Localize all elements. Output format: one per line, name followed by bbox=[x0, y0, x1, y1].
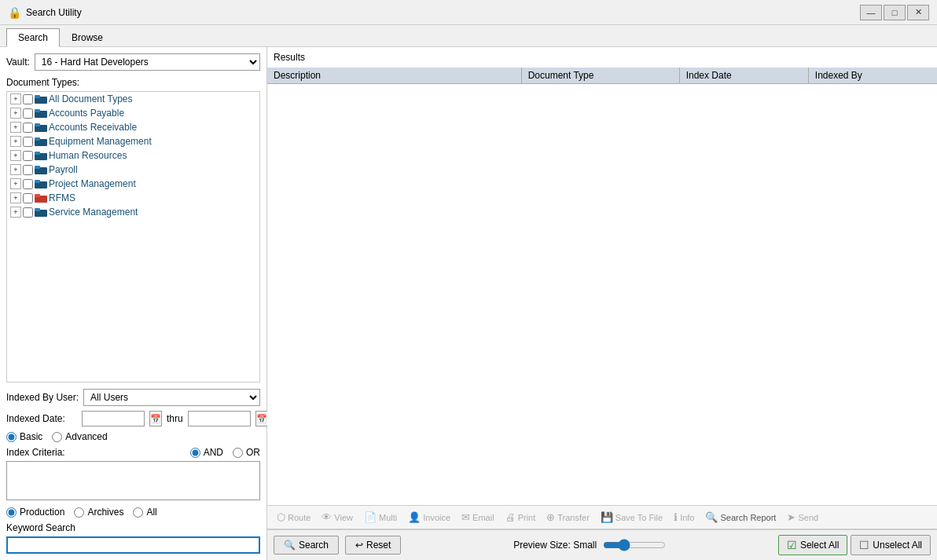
close-button[interactable]: ✕ bbox=[907, 5, 929, 20]
tree-checkbox-ar[interactable] bbox=[23, 123, 33, 133]
andor-radio-row: AND OR bbox=[190, 447, 260, 458]
toolbar-searchreport-button[interactable]: 🔍 Search Report bbox=[700, 509, 781, 525]
toolbar-email-button[interactable]: ✉ Email bbox=[457, 509, 499, 525]
tree-label-em[interactable]: Equipment Management bbox=[49, 136, 152, 147]
tree-label-pm[interactable]: Project Management bbox=[49, 178, 136, 189]
search-button-icon: 🔍 bbox=[284, 540, 296, 551]
keyword-input[interactable] bbox=[6, 536, 260, 554]
tree-expand-ap[interactable]: + bbox=[10, 108, 21, 119]
send-label: Send bbox=[798, 513, 818, 522]
tree-item-pay: + Payroll bbox=[7, 163, 259, 177]
toolbar-multi-button[interactable]: 📄 Multi bbox=[359, 509, 402, 525]
indexed-by-select[interactable]: All Users bbox=[83, 389, 260, 406]
radio-production-item[interactable]: Production bbox=[6, 507, 64, 518]
tree-expand-em[interactable]: + bbox=[10, 136, 21, 147]
tree-checkbox-rfms[interactable] bbox=[23, 193, 33, 203]
radio-and[interactable] bbox=[190, 448, 200, 458]
toolbar-send-button[interactable]: ➤ Send bbox=[782, 509, 823, 525]
tree-expand-pm[interactable]: + bbox=[10, 178, 21, 189]
radio-or-label: OR bbox=[246, 447, 260, 458]
folder-icon-em bbox=[35, 137, 47, 146]
tree-container[interactable]: + All Document Types + Accounts Payable bbox=[6, 91, 260, 382]
multi-icon: 📄 bbox=[364, 511, 377, 523]
tree-expand-rfms[interactable]: + bbox=[10, 192, 21, 203]
tree-checkbox-hr[interactable] bbox=[23, 151, 33, 161]
cal-to-button[interactable]: 📅 bbox=[255, 411, 268, 426]
select-all-check-icon: ☑ bbox=[787, 539, 797, 551]
search-button[interactable]: 🔍 Search bbox=[274, 536, 339, 555]
invoice-label: Invoice bbox=[423, 513, 450, 522]
tree-label-ar[interactable]: Accounts Receivable bbox=[49, 122, 137, 133]
tree-checkbox-all[interactable] bbox=[23, 94, 33, 104]
radio-all-item[interactable]: All bbox=[133, 507, 156, 518]
radio-or-item[interactable]: OR bbox=[233, 447, 260, 458]
searchreport-label: Search Report bbox=[720, 513, 776, 522]
info-icon: ℹ bbox=[674, 511, 678, 523]
indexed-by-label: Indexed By User: bbox=[6, 392, 79, 403]
tab-search[interactable]: Search bbox=[6, 28, 60, 47]
svg-rect-15 bbox=[35, 194, 40, 197]
tree-checkbox-ap[interactable] bbox=[23, 108, 33, 119]
app-title: Search Utility bbox=[26, 7, 82, 18]
tree-label-hr[interactable]: Human Resources bbox=[49, 150, 127, 161]
tab-browse[interactable]: Browse bbox=[60, 28, 115, 46]
tree-label-sm[interactable]: Service Management bbox=[49, 207, 138, 218]
svg-rect-11 bbox=[35, 166, 40, 169]
minimize-button[interactable]: — bbox=[860, 5, 882, 20]
toolbar-savetofile-button[interactable]: 💾 Save To File bbox=[596, 509, 667, 525]
svg-rect-13 bbox=[35, 180, 40, 183]
tree-expand-hr[interactable]: + bbox=[10, 150, 21, 161]
index-criteria-textarea[interactable] bbox=[6, 461, 260, 500]
body-layout: Vault: 16 - Hard Hat Developers Document… bbox=[0, 47, 937, 560]
maximize-button[interactable]: □ bbox=[884, 5, 906, 20]
savetofile-icon: 💾 bbox=[601, 511, 613, 523]
radio-advanced-item[interactable]: Advanced bbox=[52, 431, 107, 442]
reset-button-label: Reset bbox=[366, 540, 391, 551]
radio-archives[interactable] bbox=[74, 507, 84, 518]
toolbar-invoice-button[interactable]: 👤 Invoice bbox=[403, 509, 455, 525]
reset-button[interactable]: ↩ Reset bbox=[345, 536, 401, 555]
cal-from-button[interactable]: 📅 bbox=[149, 411, 162, 426]
toolbar-print-button[interactable]: 🖨 Print bbox=[501, 509, 541, 525]
tree-checkbox-em[interactable] bbox=[23, 137, 33, 147]
svg-rect-1 bbox=[35, 95, 40, 98]
transfer-label: Transfer bbox=[557, 513, 590, 522]
radio-archives-item[interactable]: Archives bbox=[74, 507, 123, 518]
toolbar-view-button[interactable]: 👁 View bbox=[317, 509, 358, 525]
source-radio-row: Production Archives All bbox=[6, 507, 260, 518]
tree-label-ap[interactable]: Accounts Payable bbox=[49, 108, 124, 119]
toolbar-transfer-button[interactable]: ⊕ Transfer bbox=[542, 509, 594, 525]
savetofile-label: Save To File bbox=[615, 513, 663, 522]
tree-label-all[interactable]: All Document Types bbox=[49, 93, 133, 104]
toolbar-info-button[interactable]: ℹ Info bbox=[669, 509, 699, 525]
radio-and-item[interactable]: AND bbox=[190, 447, 223, 458]
results-body bbox=[267, 84, 937, 505]
radio-advanced[interactable] bbox=[52, 432, 62, 442]
radio-production[interactable] bbox=[6, 507, 17, 518]
tree-label-pay[interactable]: Payroll bbox=[49, 164, 78, 175]
col-doctype: Document Type bbox=[522, 68, 680, 83]
unselect-all-icon: ☐ bbox=[859, 539, 869, 551]
tree-expand-sm[interactable]: + bbox=[10, 207, 21, 218]
tree-checkbox-pm[interactable] bbox=[23, 179, 33, 189]
radio-all[interactable] bbox=[133, 507, 143, 518]
tree-expand-pay[interactable]: + bbox=[10, 164, 21, 175]
vault-select[interactable]: 16 - Hard Hat Developers bbox=[35, 53, 260, 71]
select-all-button[interactable]: ☑ Select All bbox=[778, 535, 847, 555]
tree-expand-ar[interactable]: + bbox=[10, 122, 21, 133]
radio-basic-item[interactable]: Basic bbox=[6, 431, 42, 442]
tree-checkbox-sm[interactable] bbox=[23, 207, 33, 218]
tree-expand-all[interactable]: + bbox=[10, 93, 21, 104]
svg-rect-9 bbox=[35, 152, 40, 155]
date-to-input[interactable] bbox=[188, 411, 251, 426]
radio-basic[interactable] bbox=[6, 432, 17, 442]
tree-checkbox-pay[interactable] bbox=[23, 165, 33, 175]
tree-label-rfms[interactable]: RFMS bbox=[49, 192, 75, 203]
mode-radio-row: Basic Advanced bbox=[6, 431, 260, 442]
toolbar-route-button[interactable]: ⬡ Route bbox=[272, 509, 315, 525]
preview-size-slider[interactable] bbox=[603, 539, 666, 551]
unselect-all-button[interactable]: ☐ Unselect All bbox=[851, 535, 931, 555]
svg-rect-3 bbox=[35, 109, 40, 112]
radio-or[interactable] bbox=[233, 448, 243, 458]
date-from-input[interactable] bbox=[82, 411, 145, 426]
